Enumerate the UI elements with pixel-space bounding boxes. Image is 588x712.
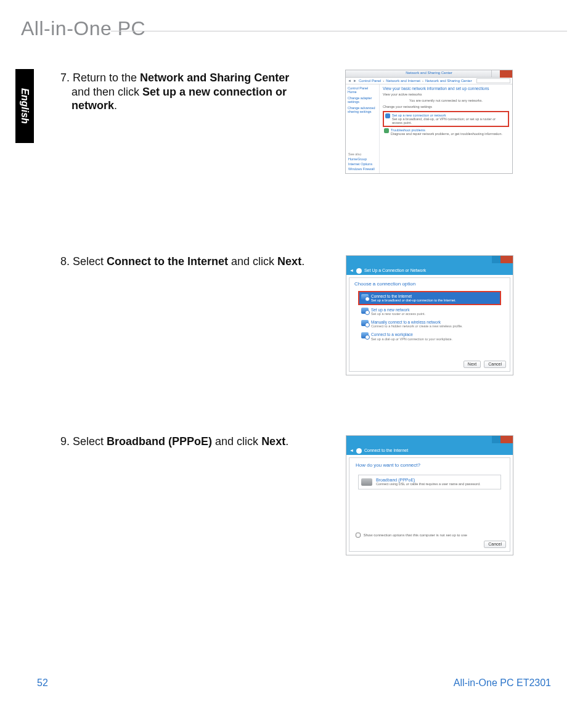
wizard-footer: Next Cancel — [462, 361, 506, 368]
screenshot-connect-internet: ◄ Connect to the Internet How do you wan… — [346, 435, 513, 555]
step-7-text-3: . — [114, 99, 117, 112]
footer-product-name: All-in-One PC ET2301 — [454, 677, 551, 689]
back-icon[interactable]: ◄ — [349, 448, 354, 453]
router-icon — [361, 308, 369, 314]
step-9-bold-1: Broadband (PPPoE) — [107, 435, 212, 448]
screenshot-setup-connection: ◄ Set Up a Connection or Network Choose … — [346, 255, 513, 375]
option-setup-network[interactable]: Set up a new network Set up a new router… — [359, 306, 500, 317]
close-icon[interactable] — [500, 436, 513, 443]
show-options-checkbox-input[interactable] — [356, 533, 361, 538]
forward-icon[interactable]: ► — [353, 79, 357, 83]
workplace-icon — [361, 332, 369, 338]
minimize-icon[interactable] — [491, 70, 500, 78]
troubleshoot-desc: Diagnose and repair network problems, or… — [391, 132, 502, 136]
step-7-text-2: and then click — [71, 86, 142, 98]
step-9-text-3: . — [285, 435, 288, 448]
win-titlebar — [346, 256, 513, 266]
option-workplace-title: Connect to a workplace — [371, 332, 452, 337]
page-number: 52 — [37, 677, 48, 689]
show-options-checkbox-label: Show connection options that this comput… — [364, 533, 467, 537]
option-manual-wireless[interactable]: Manually connect to a wireless network C… — [359, 318, 500, 330]
option-connect-internet-desc: Set up a broadband or dial-up connection… — [371, 298, 456, 302]
crumb-network-sharing[interactable]: Network and Sharing Center — [425, 79, 472, 83]
step-8-text-2: and click — [228, 255, 277, 268]
wizard-title: Set Up a Connection or Network — [364, 268, 426, 273]
see-also-internet-options[interactable]: Internet Options — [348, 162, 375, 166]
step-9-text-2: and click — [212, 435, 261, 448]
step-7: 7. Return to the Network and Sharing Cen… — [60, 71, 307, 113]
internet-icon — [361, 294, 369, 300]
step-8: 8. Select Connect to the Internet and cl… — [60, 255, 319, 269]
wizard-question: How do you want to connect? — [356, 463, 504, 469]
sidebar-change-adapter[interactable]: Change adapter settings — [348, 96, 377, 104]
crumb-control-panel[interactable]: Control Panel — [359, 79, 381, 83]
network-icon — [385, 113, 390, 118]
wizard-title: Connect to the Internet — [364, 448, 408, 453]
minimize-icon[interactable] — [492, 436, 500, 443]
option-manual-wireless-title: Manually connect to a wireless network — [371, 320, 463, 324]
change-settings-label: Change your networking settings — [383, 105, 509, 108]
wizard-panel: How do you want to connect? Broadband (P… — [349, 457, 510, 552]
see-also-homegroup[interactable]: HomeGroup — [348, 157, 375, 161]
globe-icon — [356, 268, 362, 274]
back-icon[interactable]: ◄ — [349, 268, 354, 273]
setup-new-connection-item[interactable]: Set up a new connection or network Set u… — [383, 111, 509, 127]
see-also-heading: See also — [348, 152, 375, 156]
step-7-text-1: Return to the — [73, 72, 140, 84]
back-icon[interactable]: ◄ — [348, 79, 351, 83]
win-titlebar: Network and Sharing Center — [346, 70, 512, 78]
search-input[interactable] — [476, 78, 510, 83]
sidebar-home[interactable]: Control Panel Home — [348, 86, 377, 94]
option-connect-internet[interactable]: Connect to the Internet Set up a broadba… — [359, 292, 500, 304]
cancel-button[interactable]: Cancel — [484, 541, 506, 548]
breadcrumb: ◄ ► Control Panel› Network and Internet›… — [346, 78, 512, 84]
option-setup-network-title: Set up a new network — [371, 308, 425, 312]
close-icon[interactable] — [500, 256, 513, 263]
step-9: 9. Select Broadband (PPPoE) and click Ne… — [60, 435, 319, 449]
wizard-header: ◄ Connect to the Internet — [346, 446, 513, 455]
setup-new-connection-desc: Set up a broadband, dial-up, or VPN conn… — [392, 117, 507, 125]
option-broadband-title: Broadband (PPPoE) — [376, 478, 481, 483]
wizard-header: ◄ Set Up a Connection or Network — [346, 266, 513, 275]
step-7-number: 7. — [60, 71, 70, 85]
main-panel: View your basic network information and … — [380, 84, 512, 173]
sidebar-advanced-sharing[interactable]: Change advanced sharing settings — [348, 106, 377, 113]
screenshot-network-sharing-center: Network and Sharing Center ◄ ► Control P… — [345, 70, 513, 174]
option-connect-internet-title: Connect to the Internet — [371, 294, 456, 298]
step-9-bold-2: Next — [261, 435, 285, 448]
troubleshoot-item[interactable]: Troubleshoot problems Diagnose and repai… — [383, 127, 509, 137]
heading-rule — [111, 31, 567, 31]
step-8-text-3: . — [301, 255, 304, 268]
cancel-button[interactable]: Cancel — [484, 361, 506, 368]
win-titlebar — [346, 436, 513, 446]
wizard-footer: Cancel — [482, 541, 506, 548]
see-also-windows-firewall[interactable]: Windows Firewall — [348, 167, 375, 171]
step-8-text-1: Select — [73, 255, 107, 268]
no-connection-text: You are currently not connected to any n… — [383, 99, 509, 102]
option-broadband-desc: Connect using DSL or cable that requires… — [376, 482, 481, 486]
step-8-bold-2: Next — [277, 255, 301, 268]
language-tab-label: English — [19, 88, 30, 124]
option-workplace[interactable]: Connect to a workplace Set up a dial-up … — [359, 330, 500, 342]
option-setup-network-desc: Set up a new router or access point. — [371, 312, 425, 316]
step-8-number: 8. — [60, 255, 70, 269]
wizard-question: Choose a connection option — [354, 282, 505, 287]
next-button[interactable]: Next — [463, 361, 481, 368]
show-options-checkbox[interactable]: Show connection options that this comput… — [356, 533, 467, 538]
step-9-number: 9. — [60, 435, 70, 449]
main-heading: View your basic network information and … — [383, 86, 509, 91]
wizard-panel: Choose a connection option Connect to th… — [349, 277, 510, 372]
option-workplace-desc: Set up a dial-up or VPN connection to yo… — [371, 337, 452, 341]
minimize-icon[interactable] — [492, 256, 500, 263]
wireless-icon — [361, 320, 369, 326]
close-icon[interactable] — [500, 70, 512, 78]
product-heading: All-in-One PC — [21, 17, 145, 40]
crumb-network-internet[interactable]: Network and Internet — [386, 79, 420, 83]
step-9-text-1: Select — [73, 435, 107, 448]
win-title: Network and Sharing Center — [346, 71, 512, 75]
see-also: See also HomeGroup Internet Options Wind… — [348, 151, 375, 171]
globe-icon — [356, 448, 362, 454]
option-manual-wireless-desc: Connect to a hidden network or create a … — [371, 324, 463, 328]
option-broadband-pppoe[interactable]: Broadband (PPPoE) Connect using DSL or c… — [358, 475, 501, 489]
troubleshoot-icon — [384, 128, 389, 133]
